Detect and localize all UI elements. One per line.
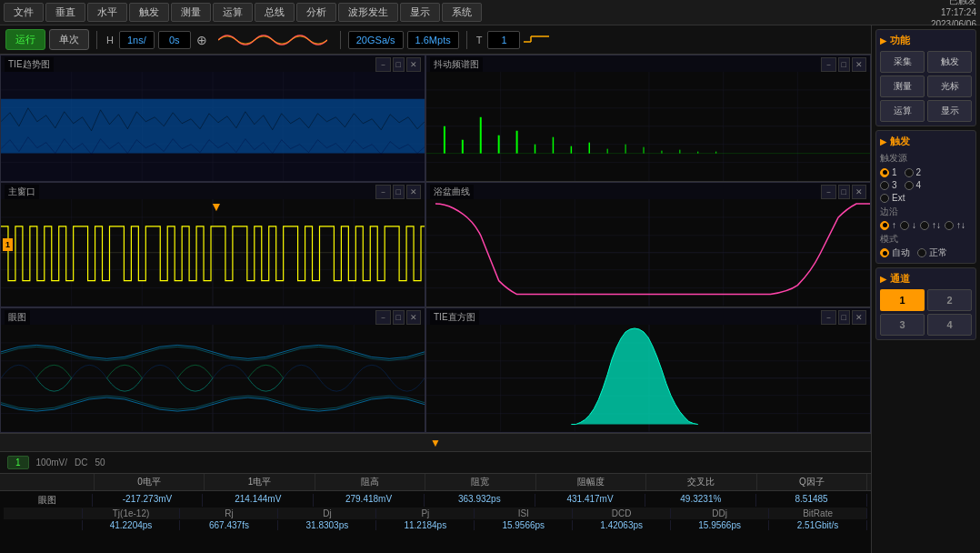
mode-row: 自动 正常 [880,246,972,259]
edge-falling[interactable]: ↓ [900,220,916,230]
freq-ctrl1[interactable]: － [821,57,836,72]
bathtub-ctrl3[interactable]: ✕ [852,185,866,199]
tie-trend-ctrl2[interactable]: □ [393,57,405,72]
menu-trigger[interactable]: 触发 [129,3,169,22]
col-1level: 1电平 [205,474,315,490]
menu-vertical[interactable]: 垂直 [45,3,85,22]
menu-bus[interactable]: 总线 [255,3,295,22]
table-data-rows: 眼图 -217.273mV 214.144mV 279.418mV 363.93… [0,491,871,533]
tie-hist-canvas [426,325,870,432]
eye-ctrl2[interactable]: □ [393,310,405,325]
eye-ctrl1[interactable]: － [375,310,391,325]
tie-trend-title: TIE趋势图 [5,57,54,72]
trigger-source-label: 触发源 [880,152,972,165]
trigger-src-ext[interactable]: Ext [880,193,905,203]
tie-hist-ctrl2[interactable]: □ [838,310,850,325]
main-ctrl3[interactable]: ✕ [406,185,421,199]
menu-waveform-gen[interactable]: 波形发生 [338,3,398,22]
freq-panel-controls: － □ ✕ [821,57,866,72]
trigger-func-button[interactable]: 触发 [927,51,972,73]
top-panels-row: TIE趋势图 － □ ✕ [0,55,871,182]
mem-depth[interactable]: 1.6Mpts [407,31,459,49]
tie-trend-ctrl3[interactable]: ✕ [406,57,421,72]
mode-label: 模式 [880,233,972,246]
math-button[interactable]: 运算 [880,100,925,122]
offset-value[interactable]: 0s [158,31,191,49]
menu-file[interactable]: 文件 [4,3,44,22]
trigger-section: 触发 触发源 1 2 3 [875,130,976,264]
cursor-button[interactable]: 光标 [927,75,972,97]
mode-auto[interactable]: 自动 [880,246,910,259]
ch4-button[interactable]: 4 [927,314,972,336]
row1-v3: 363.932ps [425,494,535,507]
main-panel-controls: － □ ✕ [375,185,421,199]
edge-label: 边沿 [880,206,972,218]
radio-dot-2 [905,168,914,177]
radio-dot-1 [880,168,889,177]
row2-h6: DCD [573,508,671,518]
ch1-button[interactable]: 1 [880,289,925,311]
trigger-src-2-label: 2 [916,167,922,177]
trigger-section-title: 触发 [880,135,972,148]
menu-math[interactable]: 运算 [213,3,253,22]
freq-ctrl2[interactable]: □ [838,57,850,72]
main-ctrl2[interactable]: □ [393,185,405,199]
menu-horizontal[interactable]: 水平 [87,3,127,22]
tie-trend-ctrl1[interactable]: － [375,57,391,72]
freq-ctrl3[interactable]: ✕ [852,57,866,72]
row1-v0: -217.273mV [93,494,204,507]
menu-system[interactable]: 系统 [442,3,482,22]
run-button[interactable]: 运行 [5,29,45,50]
row1-label: 眼图 [4,494,93,507]
tie-trend-panel: TIE趋势图 － □ ✕ [0,55,425,182]
row2-h2: Rj [180,508,278,518]
tie-hist-ctrl1[interactable]: － [821,310,836,325]
collapse-bar[interactable]: ▼ [0,433,871,451]
menu-analysis[interactable]: 分析 [296,3,336,22]
mode-normal[interactable]: 正常 [917,246,947,259]
channel-chip[interactable]: 1 [7,456,29,469]
row2-h5: ISI [475,508,573,518]
single-button[interactable]: 单次 [49,29,89,50]
row2-h8: BitRate [769,508,867,518]
trigger-src-3-label: 3 [892,180,897,190]
trig-level-icon [524,33,549,47]
edge-both2-label: ↑↓ [956,220,965,230]
measure-button[interactable]: 测量 [880,75,925,97]
trigger-src-3[interactable]: 3 [880,180,897,190]
trigger-src-1[interactable]: 1 [880,167,897,177]
menu-measure[interactable]: 测量 [171,3,211,22]
edge-both[interactable]: ↑↓ [920,220,941,230]
sample-rate[interactable]: 20GSa/s [348,31,404,49]
channel-indicator: 1 [3,238,13,251]
eye-ctrl3[interactable]: ✕ [406,310,421,325]
trigger-marker: ▼ [210,199,223,214]
bathtub-panel-title: 浴盆曲线 [430,185,474,199]
main-waveform-svg [1,199,425,306]
trigger-src-2[interactable]: 2 [905,167,922,177]
edge-rising-dot [880,221,889,230]
add-icon[interactable]: ⊕ [195,33,209,47]
trigger-src-1-label: 1 [892,167,897,177]
menu-display[interactable]: 显示 [400,3,440,22]
row1-v4: 431.417mV [535,494,646,507]
edge-both2[interactable]: ↑↓ [945,220,965,230]
eye-panel-controls: － □ ✕ [375,310,421,325]
main-ctrl1[interactable]: － [375,185,391,199]
bathtub-ctrl1[interactable]: － [821,185,836,199]
trig-ch[interactable]: 1 [487,31,520,49]
display-button[interactable]: 显示 [927,100,972,122]
main-wrapper: TIE趋势图 － □ ✕ [0,55,871,553]
ch2-button[interactable]: 2 [927,289,972,311]
edge-rising[interactable]: ↑ [880,220,896,230]
row2-v0: 41.2204ps [83,520,181,530]
timebase-value[interactable]: 1ns/ [119,31,155,49]
bathtub-ctrl2[interactable]: □ [838,185,850,199]
tie-hist-ctrl3[interactable]: ✕ [852,310,866,325]
freq-canvas [426,72,870,181]
function-buttons-grid: 采集 触发 测量 光标 运算 显示 [880,51,972,122]
trigger-src-4[interactable]: 4 [905,180,922,190]
col-high-z: 阻高 [315,474,425,490]
acquire-button[interactable]: 采集 [880,51,925,73]
ch3-button[interactable]: 3 [880,314,925,336]
